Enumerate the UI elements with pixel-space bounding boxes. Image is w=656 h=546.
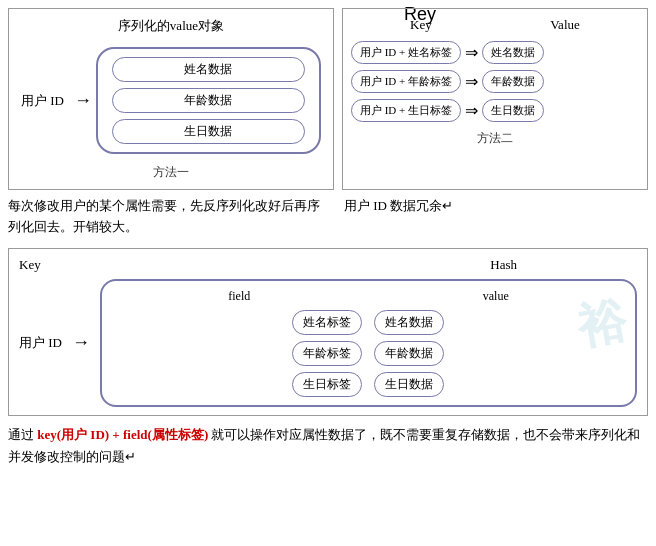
hash-arrow-icon: → [72,332,90,353]
bottom-text-highlight: key(用户 ID) + field(属性标签) [34,427,211,442]
hash-table-outer: field value 姓名标签 姓名数据 年龄标签 年龄数据 [100,279,637,407]
m2-val-0: 姓名数据 [482,41,544,64]
hash-field-2: 生日标签 [292,372,362,397]
pill-age-data: 年龄数据 [112,88,305,113]
value-object-box: 姓名数据 年龄数据 生日数据 [96,47,321,154]
hash-diagram-box: Key Hash 用户 ID → field value 姓名标签 姓名数据 [8,248,648,416]
method2-row-0: 用户 ID + 姓名标签 ⇒ 姓名数据 [351,41,639,64]
hash-field-1: 年龄标签 [292,341,362,366]
diagram1-userid: 用户 ID [21,92,64,110]
method2-label: 方法二 [351,130,639,147]
hash-table-header: field value [112,289,625,304]
hash-value-2: 生日数据 [374,372,444,397]
hash-row-1: 年龄标签 年龄数据 [112,341,625,366]
hash-field-0: 姓名标签 [292,310,362,335]
hash-key-label: Key [19,257,41,273]
double-arrow-0: ⇒ [465,43,478,62]
text-left-1: 每次修改用户的某个属性需要，先反序列化改好后再序列化回去。开销较大。 [8,196,328,238]
method2-key-col: Key [410,17,432,33]
m2-key-1: 用户 ID + 年龄标签 [351,70,461,93]
method2-header: Key Value [351,17,639,33]
pill-name-data: 姓名数据 [112,57,305,82]
top-row: 序列化的value对象 用户 ID → 姓名数据 年龄数据 生日数据 方法一 K… [8,8,648,190]
hash-hash-label: Hash [490,257,517,273]
hash-inner: 用户 ID → field value 姓名标签 姓名数据 年龄标签 [19,279,637,407]
bottom-text-prefix: 通过 [8,427,34,442]
hash-row-0: 姓名标签 姓名数据 [112,310,625,335]
m2-val-1: 年龄数据 [482,70,544,93]
page-container: Rey 序列化的value对象 用户 ID → 姓名数据 年龄数据 生日数据 方… [0,0,656,476]
double-arrow-1: ⇒ [465,72,478,91]
method2-row-2: 用户 ID + 生日标签 ⇒ 生日数据 [351,99,639,122]
method2-row-1: 用户 ID + 年龄标签 ⇒ 年龄数据 [351,70,639,93]
hash-userid-label: 用户 ID [19,334,62,352]
diagram-method1: 序列化的value对象 用户 ID → 姓名数据 年龄数据 生日数据 方法一 [8,8,334,190]
hash-value-col: value [483,289,509,304]
hash-field-col: field [228,289,250,304]
m2-key-0: 用户 ID + 姓名标签 [351,41,461,64]
hash-section: Key Hash 用户 ID → field value 姓名标签 姓名数据 [8,248,648,416]
diagram1-title: 序列化的value对象 [17,17,325,35]
hash-value-0: 姓名数据 [374,310,444,335]
text-right-1: 用户 ID 数据冗余↵ [344,196,648,217]
diagram-method2: Key Value 用户 ID + 姓名标签 ⇒ 姓名数据 用户 ID + 年龄… [342,8,648,190]
hash-row-2: 生日标签 生日数据 [112,372,625,397]
method1-label: 方法一 [17,164,325,181]
method2-value-col: Value [550,17,580,33]
bottom-text: 通过 key(用户 ID) + field(属性标签) 就可以操作对应属性数据了… [8,424,648,468]
hash-header: Key Hash [19,257,637,273]
arrow-icon-1: → [74,90,92,111]
hash-value-1: 年龄数据 [374,341,444,366]
method1-content: 用户 ID → 姓名数据 年龄数据 生日数据 [17,41,325,160]
hash-table-rows: 姓名标签 姓名数据 年龄标签 年龄数据 生日标签 生日数据 [112,310,625,397]
m2-val-2: 生日数据 [482,99,544,122]
method2-rows: 用户 ID + 姓名标签 ⇒ 姓名数据 用户 ID + 年龄标签 ⇒ 年龄数据 … [351,37,639,126]
m2-key-2: 用户 ID + 生日标签 [351,99,461,122]
double-arrow-2: ⇒ [465,101,478,120]
text-row-1: 每次修改用户的某个属性需要，先反序列化改好后再序列化回去。开销较大。 用户 ID… [8,196,648,238]
pill-birthday-data: 生日数据 [112,119,305,144]
